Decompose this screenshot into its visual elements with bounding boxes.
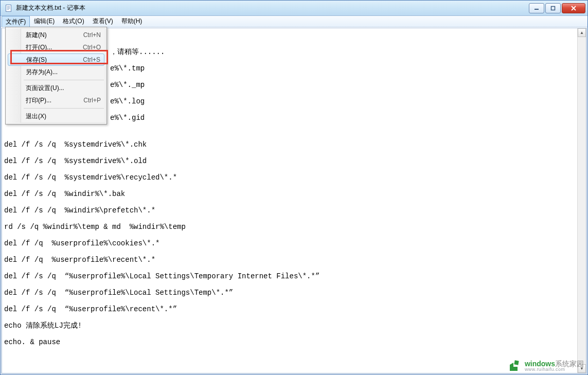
vertical-scrollbar[interactable]: ▲ ▼ (577, 28, 586, 373)
minimize-button[interactable] (529, 3, 544, 13)
menu-file[interactable]: 文件(F) (2, 16, 30, 27)
text-line (4, 247, 575, 256)
text-line: del /f /s /q %systemdrive%\*.old (4, 157, 575, 165)
menu-item-label: 退出(X) (26, 112, 101, 121)
watermark: windows系统家园 www.ruihaifu.com (508, 360, 584, 372)
text-line (4, 313, 575, 322)
close-button[interactable] (562, 3, 585, 13)
text-line (4, 330, 575, 338)
menu-item-退出x[interactable]: 退出(X) (7, 110, 105, 122)
window-title: 新建文本文档.txt - 记事本 (16, 4, 529, 12)
text-line: del /f /s /q %windir%\prefetch\*.* (4, 206, 575, 215)
watermark-logo-icon (508, 360, 523, 372)
menu-format[interactable]: 格式(O) (59, 16, 88, 27)
menu-item-label: 另存为(A)... (26, 68, 101, 77)
menu-item-打开o[interactable]: 打开(O)...Ctrl+O (7, 41, 105, 53)
menu-edit[interactable]: 编辑(E) (30, 16, 59, 27)
svg-rect-5 (534, 9, 539, 10)
scroll-up-button[interactable]: ▲ (578, 28, 586, 37)
svg-rect-7 (514, 360, 519, 365)
menubar: 文件(F) 编辑(E) 格式(O) 查看(V) 帮助(H) (1, 16, 587, 27)
menu-item-页面设置u[interactable]: 页面设置(U)... (7, 82, 105, 94)
text-line (4, 132, 575, 140)
text-line (4, 264, 575, 272)
svg-rect-6 (551, 6, 555, 10)
file-menu-dropdown: 新建(N)Ctrl+N打开(O)...Ctrl+O保存(S)Ctrl+S另存为(… (5, 27, 107, 124)
text-line: del /f /q %userprofile%\cookies\*.* (4, 239, 575, 247)
menu-item-label: 页面设置(U)... (26, 84, 101, 93)
menu-separator (24, 108, 104, 109)
text-line (4, 280, 575, 289)
text-line: del /f /q %userprofile%\recent\*.* (4, 256, 575, 264)
titlebar: 新建文本文档.txt - 记事本 (1, 1, 587, 16)
text-line (4, 231, 575, 239)
text-line (4, 215, 575, 223)
menu-item-label: 打开(O)... (26, 43, 83, 52)
scroll-track[interactable] (578, 37, 586, 364)
text-line (4, 149, 575, 157)
text-line (4, 182, 575, 190)
menu-item-新建n[interactable]: 新建(N)Ctrl+N (7, 29, 105, 41)
menu-item-label: 新建(N) (26, 31, 83, 40)
text-line: del /f /s /q %windir%\*.bak (4, 190, 575, 198)
menu-separator (24, 80, 104, 80)
menu-item-shortcut: Ctrl+S (83, 56, 100, 63)
text-line (4, 165, 575, 173)
text-line: echo 清除系统LJ完成! (4, 322, 575, 330)
text-line (4, 297, 575, 305)
menu-item-shortcut: Ctrl+N (83, 31, 101, 39)
window-controls (529, 3, 585, 13)
menu-item-label: 保存(S) (26, 56, 83, 64)
menu-item-shortcut: Ctrl+O (83, 44, 101, 51)
text-line (4, 198, 575, 206)
menu-item-shortcut: Ctrl+P (83, 97, 101, 104)
text-line: del /f /s /q “%userprofile%\Local Settin… (4, 272, 575, 280)
text-line: del /f /s /q %systemdrive%\*.chk (4, 140, 575, 149)
watermark-url: www.ruihaifu.com (525, 367, 584, 372)
menu-item-另存为a[interactable]: 另存为(A)... (7, 66, 105, 78)
menu-view[interactable]: 查看(V) (88, 16, 117, 27)
text-line: echo. & pause (4, 338, 575, 346)
document-icon (5, 4, 13, 12)
menu-item-label: 打印(P)... (26, 96, 83, 105)
text-line: del /f /s /q %systemdrive%\recycled\*.* (4, 173, 575, 182)
text-line: del /f /s /q “%userprofile%\recent\*.*” (4, 305, 575, 313)
menu-item-打印p[interactable]: 打印(P)...Ctrl+P (7, 94, 105, 106)
text-line: rd /s /q %windir%\temp & md %windir%\tem… (4, 223, 575, 231)
menu-item-保存s[interactable]: 保存(S)Ctrl+S (8, 53, 104, 66)
menu-help[interactable]: 帮助(H) (117, 16, 147, 27)
maximize-button[interactable] (545, 3, 561, 13)
text-line: del /f /s /q “%userprofile%\Local Settin… (4, 289, 575, 297)
